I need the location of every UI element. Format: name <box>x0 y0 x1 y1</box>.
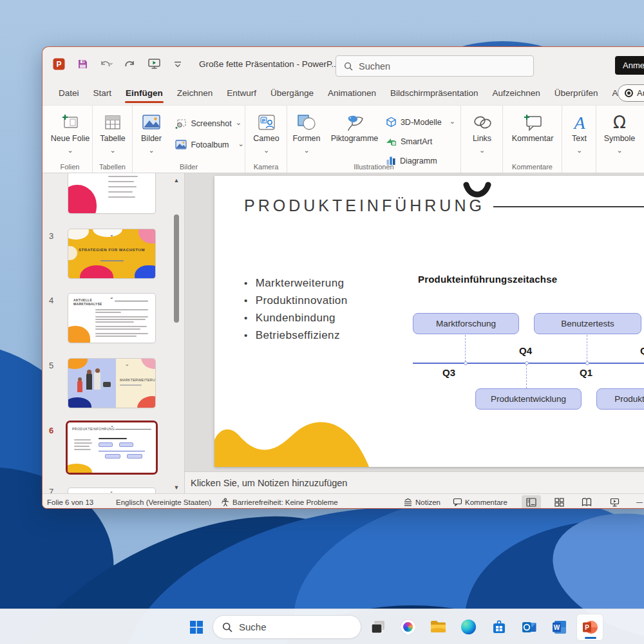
search-icon <box>222 622 232 632</box>
decorative-yellow-blob <box>214 414 375 467</box>
thumbnail-slide-6-selected[interactable]: PRODUKTEINFÜHRUNG ⌄ <box>66 421 158 475</box>
slide-canvas[interactable]: PRODUKTEINFÜHRUNG Markterweiterung Produ… <box>214 176 644 467</box>
start-button[interactable] <box>181 612 211 642</box>
task-view-button[interactable] <box>363 612 393 642</box>
svg-text:P: P <box>261 118 265 124</box>
file-explorer-button[interactable] <box>423 612 453 642</box>
icons-button[interactable]: Piktogramme <box>328 109 380 144</box>
screenshot-icon <box>175 118 187 129</box>
timeline-label-q3: Q3 <box>442 367 455 378</box>
timeline-box-produkteinfuehrung[interactable]: Produkteinführung <box>596 388 644 410</box>
accessibility-checker[interactable]: Barrierefreiheit: Keine Probleme <box>221 494 338 509</box>
tab-zeichnen[interactable]: Zeichnen <box>170 81 220 105</box>
ribbon-search-box[interactable] <box>336 55 534 77</box>
view-reading-button[interactable] <box>577 495 596 509</box>
undo-icon[interactable] <box>99 57 113 71</box>
svg-text:P: P <box>56 60 61 69</box>
edge-button[interactable] <box>453 612 484 642</box>
word-button[interactable]: W <box>544 612 574 642</box>
timeline-box-produktentwicklung[interactable]: Produktentwicklung <box>475 388 582 410</box>
thumbnail-slide-4[interactable]: AKTUELLE MARKTANALYSE ⌄ <box>68 294 155 343</box>
timeline-label-q2: Q2 <box>640 345 644 356</box>
slide-editor-area: PRODUKTEINFÜHRUNG Markterweiterung Produ… <box>185 173 644 471</box>
pictures-button[interactable]: Bilder <box>133 109 170 156</box>
slide-counter[interactable]: Folie 6 von 13 <box>47 494 93 509</box>
windows-logo-icon <box>190 621 203 634</box>
timeline-box-marktforschung[interactable]: Marktforschung <box>413 313 519 334</box>
tab-datei[interactable]: Datei <box>52 81 86 105</box>
tab-animationen[interactable]: Animationen <box>321 81 383 105</box>
tab-bildschirmpraesentation[interactable]: Bildschirmpräsentation <box>383 81 486 105</box>
cameo-button[interactable]: P Cameo <box>245 109 287 156</box>
smartart-button[interactable]: SmartArt <box>383 133 455 150</box>
customize-quick-access-icon[interactable] <box>171 57 185 71</box>
screenshot-button[interactable]: Screenshot <box>173 115 243 132</box>
tab-entwurf[interactable]: Entwurf <box>220 81 263 105</box>
link-icon <box>471 112 493 133</box>
ribbon-group-folien: Neue Folie Folien <box>48 106 93 173</box>
view-slide-sorter-button[interactable] <box>549 495 569 509</box>
text-icon: A <box>571 112 588 133</box>
shapes-icon <box>296 112 317 133</box>
timeline-title[interactable]: Produkteinführungszeitachse <box>418 274 557 285</box>
accessibility-icon <box>221 498 230 507</box>
timeline-marker <box>585 361 589 365</box>
photo-album-icon <box>175 140 187 149</box>
language-indicator[interactable]: Englisch (Vereinigte Staaten) <box>116 494 211 509</box>
store-icon <box>492 620 506 634</box>
slide-title[interactable]: PRODUKTEINFÜHRUNG <box>244 196 485 215</box>
sign-in-button[interactable]: Anmelden <box>615 56 644 75</box>
view-normal-button[interactable] <box>522 495 541 509</box>
thumbnail-slide-7[interactable]: ⌄ <box>68 488 155 493</box>
links-button[interactable]: Links <box>461 109 503 156</box>
decorative-line <box>493 206 644 207</box>
start-slideshow-icon[interactable] <box>147 57 161 71</box>
tab-einfuegen[interactable]: Einfügen <box>118 81 170 105</box>
slide-bullet-list[interactable]: Markterweiterung Produktinnovation Kunde… <box>244 274 348 344</box>
group-label-illustrationen: Illustrationen <box>287 163 460 171</box>
thumbnail-slide-2[interactable] <box>68 173 155 213</box>
photo-album-button[interactable]: Fotoalbum <box>173 136 243 153</box>
powerpoint-taskbar-button[interactable]: P <box>574 612 605 642</box>
taskbar: W P <box>0 609 644 644</box>
new-slide-button[interactable]: Neue Folie <box>48 109 93 156</box>
tab-ueberpruefen[interactable]: Überprüfen <box>547 81 605 105</box>
taskbar-search-input[interactable] <box>239 621 336 632</box>
title-bar: P Große fette Präsentation - Powe <box>43 47 644 81</box>
ribbon-group-links: Links <box>461 106 503 173</box>
3d-models-button[interactable]: 3D-Modelle <box>383 113 455 131</box>
table-button[interactable]: Tabelle <box>93 109 133 156</box>
redo-icon[interactable] <box>123 57 137 71</box>
shapes-button[interactable]: Formen <box>287 109 326 156</box>
scroll-down-icon[interactable]: ▼ <box>173 484 180 491</box>
outlook-button[interactable] <box>514 612 544 642</box>
timeline-box-benutzertests[interactable]: Benutzertests <box>534 313 641 334</box>
thumb4-title: AKTUELLE MARKTANALYSE <box>73 298 100 306</box>
thumbnail-slide-5[interactable]: ⌄ MARKTERWEITERUNG <box>68 359 155 408</box>
piktogramme-icon <box>343 112 365 133</box>
search-input[interactable] <box>359 61 513 71</box>
microsoft-store-button[interactable] <box>484 612 514 642</box>
comment-button[interactable]: Kommentar <box>503 109 562 144</box>
symbols-button[interactable]: Ω Symbole <box>596 109 643 156</box>
copilot-button[interactable] <box>393 612 423 642</box>
cameo-icon: P <box>257 112 276 133</box>
scroll-up-icon[interactable]: ▲ <box>173 177 180 184</box>
tab-uebergaenge[interactable]: Übergänge <box>263 81 321 105</box>
thumbnail-slide-3[interactable]: ⌄ STRATEGIEN FÜR WACHSTUM <box>68 229 155 278</box>
powerpoint-icon: P <box>582 620 598 634</box>
comments-toggle[interactable]: Kommentare <box>453 494 507 509</box>
taskbar-search-box[interactable] <box>213 615 361 639</box>
tab-aufzeichnen[interactable]: Aufzeichnen <box>486 81 547 105</box>
tab-start[interactable]: Start <box>86 81 119 105</box>
notes-toggle[interactable]: Notizen <box>403 494 440 509</box>
view-slideshow-button[interactable] <box>605 495 624 509</box>
notes-pane[interactable]: Klicken Sie, um Notizen hinzuzufügen <box>185 471 644 493</box>
thumbnail-scrollbar-thumb[interactable] <box>174 214 179 323</box>
save-icon[interactable] <box>75 57 90 71</box>
thumb-number-7: 7 <box>49 487 53 493</box>
record-button[interactable]: Aufzeichnen <box>618 84 644 102</box>
zoom-out-button[interactable] <box>630 495 644 509</box>
powerpoint-logo-icon: P <box>52 57 66 71</box>
text-button[interactable]: A Text <box>562 109 596 156</box>
